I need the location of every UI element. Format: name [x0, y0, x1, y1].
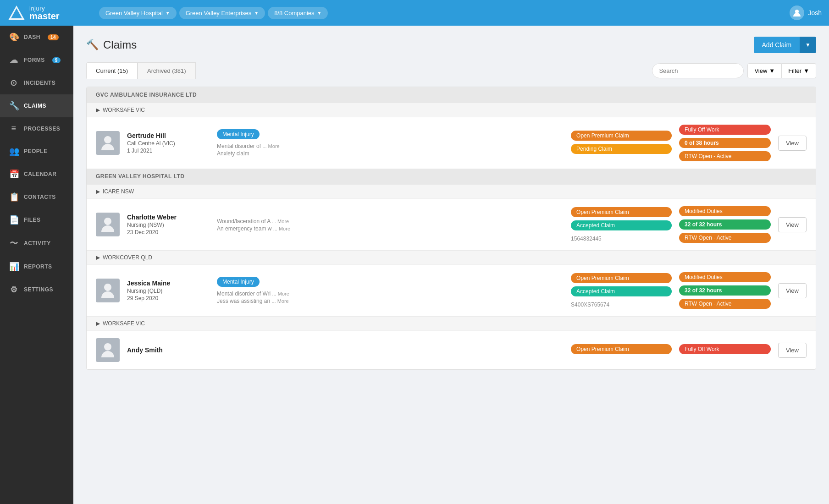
claim-type-badge: Mental Injury: [217, 129, 260, 139]
main-content: 🔨 Claims Add Claim ▼ Current (15) Archiv…: [73, 26, 829, 504]
person-date: 23 Dec 2020: [127, 229, 210, 236]
sidebar-item-label-processes: PROCESSES: [24, 126, 60, 132]
people-icon: 👥: [9, 146, 18, 156]
view-button[interactable]: View ▼: [747, 63, 782, 78]
subgroup-worksafe2-label: WORKSAFE VIC: [103, 320, 145, 327]
person-name: Charlotte Weber: [127, 214, 210, 221]
sidebar-item-label-calendar: CALENDAR: [24, 171, 56, 177]
claim-id: 1564832445: [571, 236, 672, 242]
person-dept: Call Centre Al (VIC): [127, 140, 210, 147]
view-claim-gertrude-button[interactable]: View: [778, 136, 807, 151]
sidebar-item-forms[interactable]: ☁ FORMS 9: [0, 49, 73, 71]
subgroup-icare-nsw[interactable]: ▶ ICARE NSW: [87, 184, 816, 198]
subgroup-workcover-arrow-icon: ▶: [96, 254, 100, 261]
person-dept: Nursing (QLD): [127, 288, 210, 294]
table-row: Andy Smith Open Premium Claim Fully Off …: [87, 330, 816, 369]
view-claim-andy-button[interactable]: View: [778, 343, 807, 358]
hours-badge: 32 of 32 hours: [679, 285, 771, 296]
sidebar-item-files[interactable]: 📄 FILES: [0, 208, 73, 231]
sidebar-item-dash[interactable]: 🎨 DASH 14: [0, 26, 73, 49]
person-jessica: Jessica Maine Nursing (QLD) 29 Sep 2020: [127, 279, 210, 301]
person-date: 29 Sep 2020: [127, 295, 210, 301]
nav-pills: Green Valley Hospital ▼ Green Valley Ent…: [99, 7, 790, 19]
settings-icon: ⚙: [9, 285, 18, 295]
table-row: Charlotte Weber Nursing (NSW) 23 Dec 202…: [87, 198, 816, 250]
subgroup-icare-label: ICARE NSW: [103, 188, 134, 195]
person-charlotte: Charlotte Weber Nursing (NSW) 23 Dec 202…: [127, 214, 210, 236]
forms-badge: 9: [52, 57, 61, 63]
reports-icon: 📊: [9, 262, 18, 272]
subgroup-workcover-qld[interactable]: ▶ WORKCOVER QLD: [87, 250, 816, 264]
sidebar-item-incidents[interactable]: ⊙ INCIDENTS: [0, 71, 73, 94]
sidebar-item-processes[interactable]: ≡ PROCESSES: [0, 117, 73, 140]
contacts-icon: 📋: [9, 192, 18, 202]
sidebar-item-activity[interactable]: 〜 ACTIVITY: [0, 231, 73, 255]
sidebar-item-people[interactable]: 👥 PEOPLE: [0, 140, 73, 163]
company1-pill[interactable]: Green Valley Hospital ▼: [99, 7, 177, 19]
forms-icon: ☁: [9, 55, 18, 65]
activity-icon: 〜: [9, 238, 18, 249]
sidebar-item-claims[interactable]: 🔧 CLAIMS: [0, 94, 73, 117]
companies-count-pill[interactable]: 8/8 Companies ▼: [268, 7, 328, 19]
subgroup-worksafe-vic-1[interactable]: ▶ WORKSAFE VIC: [87, 103, 816, 117]
sidebar-item-settings[interactable]: ⚙ SETTINGS: [0, 278, 73, 301]
rtw-badge-modified: Modified Duties: [679, 272, 771, 282]
desc-more-btn[interactable]: ... More: [272, 291, 289, 296]
person-dept: Nursing (NSW): [127, 222, 210, 228]
person-name: Gertrude Hill: [127, 132, 210, 139]
sidebar-item-label-files: FILES: [24, 217, 41, 223]
status-badge-accepted: Accepted Claim: [571, 286, 672, 296]
avatar: [790, 5, 804, 20]
dash-icon: 🎨: [9, 32, 18, 42]
logo-text: injury master: [29, 5, 60, 21]
sidebar-item-contacts[interactable]: 📋 CONTACTS: [0, 186, 73, 208]
sidebar-item-label-reports: REPORTS: [24, 263, 52, 270]
view-claim-charlotte-button[interactable]: View: [778, 217, 807, 232]
tab-current[interactable]: Current (15): [86, 62, 138, 79]
sidebar-item-label-people: PEOPLE: [24, 148, 48, 154]
rtw-badge-fully-off: Fully Off Work: [679, 125, 771, 135]
rtw-badge-modified: Modified Duties: [679, 206, 771, 216]
desc-more2-btn[interactable]: ... More: [271, 298, 288, 304]
user-menu[interactable]: Josh: [790, 5, 822, 20]
claims-icon: 🔧: [9, 101, 18, 111]
search-input[interactable]: [652, 63, 744, 78]
logo-icon: [7, 5, 26, 21]
claim-rtw-gertrude: Fully Off Work 0 of 38 hours RTW Open - …: [679, 125, 771, 161]
group-header-gvc: GVC AMBULANCE INSURANCE LTD: [87, 87, 816, 103]
claims-hammer-icon: 🔨: [86, 39, 99, 51]
view-claim-jessica-button[interactable]: View: [778, 283, 807, 298]
claims-table: GVC AMBULANCE INSURANCE LTD ▶ WORKSAFE V…: [86, 87, 816, 370]
page-header: 🔨 Claims Add Claim ▼: [86, 37, 816, 53]
table-row: Gertrude Hill Call Centre Al (VIC) 1 Jul…: [87, 117, 816, 169]
tab-archived[interactable]: Archived (381): [138, 62, 196, 79]
claim-desc1: Mental disorder of Wri ... More: [217, 290, 564, 297]
subgroup-worksafe2-arrow-icon: ▶: [96, 320, 100, 327]
sidebar-item-label-activity: ACTIVITY: [24, 240, 51, 247]
person-andy: Andy Smith: [127, 346, 210, 354]
add-claim-button[interactable]: Add Claim: [754, 37, 800, 53]
rtw-open-badge: RTW Open - Active: [679, 151, 771, 161]
desc-more2-btn[interactable]: ... More: [273, 226, 290, 231]
files-icon: 📄: [9, 215, 18, 225]
company2-pill[interactable]: Green Valley Enterprises ▼: [179, 7, 265, 19]
rtw-badge-fully-off: Fully Off Work: [679, 344, 771, 354]
sidebar-item-label-incidents: INCIDENTS: [24, 80, 55, 86]
companies-chevron-icon: ▼: [317, 11, 322, 16]
person-date: 1 Jul 2021: [127, 148, 210, 154]
incidents-icon: ⊙: [9, 78, 18, 88]
claim-rtw-charlotte: Modified Duties 32 of 32 hours RTW Open …: [679, 206, 771, 243]
sidebar-item-reports[interactable]: 📊 REPORTS: [0, 255, 73, 278]
sidebar-item-label-claims: CLAIMS: [24, 103, 46, 109]
calendar-icon: 📅: [9, 169, 18, 179]
sidebar-item-calendar[interactable]: 📅 CALENDAR: [0, 163, 73, 186]
subgroup-worksafe-vic-2[interactable]: ▶ WORKSAFE VIC: [87, 316, 816, 330]
subgroup-workcover-label: WORKCOVER QLD: [103, 254, 152, 261]
filter-button[interactable]: Filter ▼: [782, 63, 816, 78]
desc-more-btn[interactable]: ... More: [262, 143, 279, 149]
tabs-row: Current (15) Archived (381) View ▼ Filte…: [86, 62, 816, 79]
add-claim-dropdown-button[interactable]: ▼: [800, 37, 816, 53]
claim-type-badge: Mental Injury: [217, 277, 260, 287]
status-badge-open: Open Premium Claim: [571, 273, 672, 283]
desc-more-btn[interactable]: ... More: [272, 219, 289, 224]
